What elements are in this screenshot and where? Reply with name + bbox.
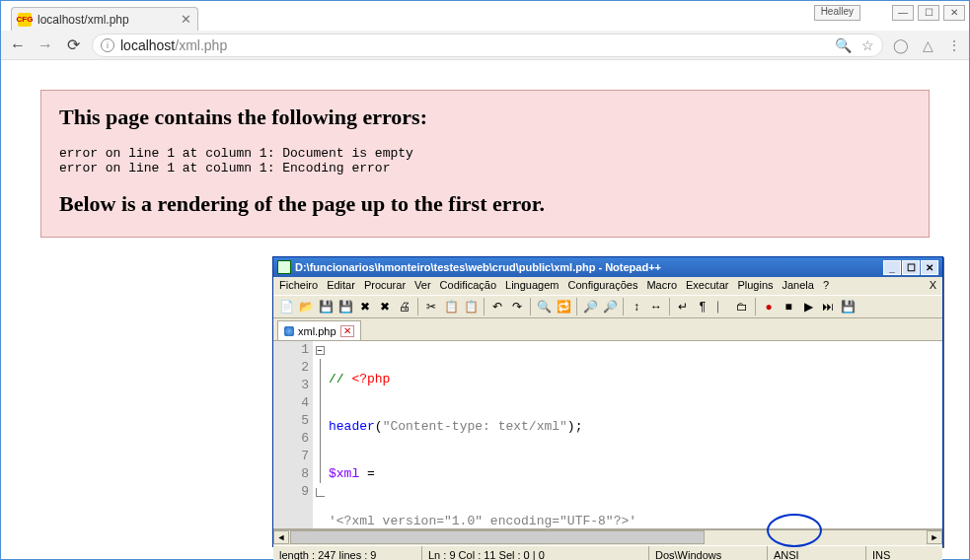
scroll-left-icon[interactable]: ◄ [273,530,289,544]
print-icon[interactable]: 🖨 [396,298,413,315]
npp-tab-xmlphp[interactable]: xml.php ✕ [277,320,361,340]
close-button[interactable]: ✕ [943,5,965,21]
find-icon[interactable]: 🔍 [535,298,553,315]
minimize-button[interactable]: — [892,5,914,21]
undo-icon[interactable]: ↶ [488,298,506,315]
healley-button[interactable]: Healley [814,5,860,21]
menu-procurar[interactable]: Procurar [364,279,406,295]
npp-maximize-button[interactable]: ☐ [902,260,920,275]
npp-tab-close-icon[interactable]: ✕ [340,325,354,337]
fold-toggle-icon[interactable]: − [316,346,325,355]
open-file-icon[interactable]: 📂 [297,298,315,315]
menu-ver[interactable]: Ver [414,279,431,295]
lang-icon[interactable]: 🗀 [733,298,751,315]
replace-icon[interactable]: 🔁 [555,298,572,315]
cut-icon[interactable]: ✂ [422,298,440,315]
indent-guide-icon[interactable]: ⎸ [713,298,731,315]
sync-v-icon[interactable]: ↕ [628,298,645,315]
toolbar: ← → ⟳ i localhost/xml.php 🔍 ☆ ◯ △ ⋮ [1,31,969,60]
redo-icon[interactable]: ↷ [508,298,526,315]
npp-titlebar[interactable]: D:\funcionarios\hmonteiro\testes\web\cru… [273,257,942,277]
npp-minimize-button[interactable]: _ [883,260,901,275]
npp-close-button[interactable]: ✕ [921,260,938,275]
npp-editor[interactable]: 1 2 3 4 5 6 7 8 9 − [273,340,942,529]
code-text: // [329,372,351,386]
line-gutter: 1 2 3 4 5 6 7 8 9 [273,341,313,528]
menu-editar[interactable]: Editar [327,279,355,295]
line-number: 6 [273,430,309,448]
scroll-thumb[interactable] [290,530,705,544]
copy-icon[interactable]: 📋 [442,298,460,315]
scroll-right-icon[interactable]: ► [927,530,942,544]
site-info-icon[interactable]: i [101,38,114,52]
extension-icon[interactable]: ◯ [893,37,909,53]
npp-statusbar: length : 247 lines : 9 Ln : 9 Col : 11 S… [273,545,942,560]
menu-executar[interactable]: Executar [686,279,728,295]
play-macro-icon[interactable]: ▶ [799,298,817,315]
menu-ficheiro[interactable]: Ficheiro [279,279,318,295]
menu-macro[interactable]: Macro [646,279,677,295]
run-macro-icon[interactable]: ⏭ [819,298,837,315]
menu-configuracoes[interactable]: Configurações [568,279,638,295]
new-file-icon[interactable]: 📄 [277,298,295,315]
status-eol: Dos\Windows [648,546,767,560]
chrome-window: Healley — ☐ ✕ CFG localhost/xml.php ✕ ← … [0,0,970,560]
url-host: localhost [120,37,175,53]
line-number: 7 [273,448,309,465]
paste-icon[interactable]: 📋 [462,298,480,315]
menu-linguagem[interactable]: Linguagem [505,279,559,295]
save-all-icon[interactable]: 💾 [336,298,354,315]
line-number: 4 [273,394,309,412]
tab-strip: CFG localhost/xml.php ✕ [11,5,198,31]
save-macro-icon[interactable]: 💾 [839,298,857,315]
line-number: 8 [273,465,309,483]
line-number: 5 [273,412,309,430]
status-ins: INS [865,546,942,560]
tab-close-icon[interactable]: ✕ [181,12,191,27]
notepadpp-window[interactable]: D:\funcionarios\hmonteiro\testes\web\cru… [272,256,943,547]
error-heading: This page contains the following errors: [59,105,911,130]
horizontal-scrollbar[interactable]: ◄ ► [273,529,942,545]
address-bar[interactable]: i localhost/xml.php 🔍 ☆ [92,34,883,57]
code-area[interactable]: // <?php header("Content-type: text/xml"… [327,341,942,528]
code-text: ( [375,419,383,434]
close-tab-icon[interactable]: ✖ [356,298,374,315]
zoom-out-icon[interactable]: 🔎 [601,298,619,315]
record-macro-icon[interactable]: ● [760,298,778,315]
menu-icon[interactable]: ⋮ [947,37,961,53]
npp-title-text: D:\funcionarios\hmonteiro\testes\web\cru… [295,261,661,273]
toolbar-sep [755,298,756,315]
menu-plugins[interactable]: Plugins [737,279,773,295]
save-icon[interactable]: 💾 [317,298,335,315]
menu-janela[interactable]: Janela [783,279,814,295]
addr-tools: 🔍 ☆ [835,37,874,53]
sync-h-icon[interactable]: ↔ [647,298,665,315]
code-text: ); [567,419,583,434]
back-button[interactable]: ← [9,36,27,54]
wrap-icon[interactable]: ↵ [674,298,692,315]
window-controls: — ☐ ✕ [892,5,965,21]
code-text: header [329,419,375,434]
reload-button[interactable]: ⟳ [64,36,82,54]
status-encoding[interactable]: ANSI [767,546,865,560]
forward-button: → [37,36,54,54]
toolbar-sep [576,298,577,315]
bookmark-star-icon[interactable]: ☆ [861,37,874,53]
toolbar-sep [484,298,485,315]
code-text: '<?xml version="1.0" encoding="UTF-8"?>' [329,514,636,528]
close-all-icon[interactable]: ✖ [376,298,394,315]
npp-menubar: Ficheiro Editar Procurar Ver Codificação… [273,277,942,295]
search-in-page-icon[interactable]: 🔍 [835,37,852,53]
stop-macro-icon[interactable]: ■ [780,298,797,315]
menu-codificacao[interactable]: Codificação [440,279,496,295]
all-chars-icon[interactable]: ¶ [694,298,711,315]
menu-help[interactable]: ? [823,279,829,295]
file-icon [284,326,294,336]
browser-actions: ◯ △ ⋮ [893,37,961,53]
menu-x[interactable]: X [930,279,936,295]
notifications-icon[interactable]: △ [923,37,933,53]
browser-tab[interactable]: CFG localhost/xml.php ✕ [11,7,198,31]
maximize-button[interactable]: ☐ [918,5,939,21]
zoom-in-icon[interactable]: 🔎 [581,298,599,315]
npp-toolbar: 📄 📂 💾 💾 ✖ ✖ 🖨 ✂ 📋 📋 ↶ ↷ 🔍 🔁 🔎 🔎 ↕ ↔ ↵ [273,295,942,318]
